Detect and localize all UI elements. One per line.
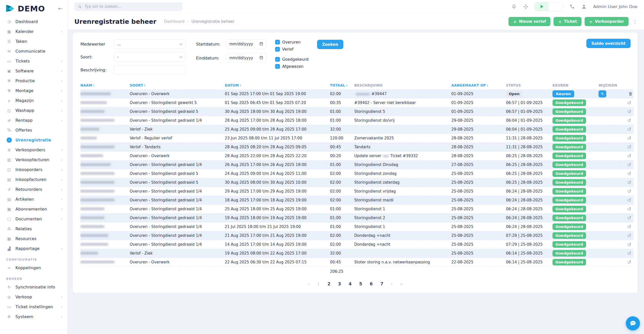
undo-approval-icon[interactable]: ↺	[627, 250, 633, 256]
column-header-aangemaakt-op[interactable]: AANGEMAAKT OP▴▾	[451, 83, 506, 87]
chat-fab-button[interactable]	[626, 316, 640, 330]
new-salesorder-button[interactable]: + Verkooporder	[585, 17, 629, 26]
sidebar-item-tickets[interactable]: ▭Tickets›	[0, 56, 68, 66]
undo-approval-icon[interactable]: ↺	[627, 215, 633, 221]
sidebar-item-kalender[interactable]: ▦Kalender›	[0, 27, 68, 36]
calendar-icon[interactable]	[259, 56, 263, 60]
startdatum-input[interactable]: mm/dd/yyyy	[226, 39, 267, 49]
undo-approval-icon[interactable]: ↺	[627, 162, 633, 168]
medewerker-select[interactable]: ...	[114, 39, 186, 49]
edit-button[interactable]: ✎	[598, 90, 606, 97]
sidebar-item-documenten[interactable]: ▢Documenten›	[0, 214, 68, 224]
column-header-datum[interactable]: DATUM▴▾	[225, 83, 330, 87]
pagination-page-4[interactable]: 4	[349, 281, 352, 286]
sidebar-item-montage[interactable]: ⚒Montage›	[0, 86, 68, 96]
sidebar-item-koppelingen[interactable]: ∞Koppelingen	[0, 263, 68, 273]
soort-select[interactable]: -	[114, 52, 186, 62]
sidebar-item-taken[interactable]: ☰Taken	[0, 36, 68, 46]
undo-approval-icon[interactable]: ↺	[627, 144, 633, 150]
sidebar-item-retourorders[interactable]: ↺Retourorders›	[0, 184, 68, 194]
sidebar-item-inkooporders[interactable]: ◫Inkooporders›	[0, 165, 68, 175]
zoeken-button[interactable]: Zoeken	[317, 40, 343, 49]
move-widget-icon[interactable]	[523, 4, 528, 9]
notifications-bell-icon[interactable]	[511, 4, 517, 9]
sidebar-item-relaties[interactable]: ⁂Relaties	[0, 224, 68, 234]
pagination-last[interactable]: »	[400, 282, 403, 286]
anonymized-name-blur	[80, 92, 111, 95]
undo-approval-icon[interactable]: ↺	[627, 233, 633, 239]
undo-approval-icon[interactable]: ↺	[627, 197, 633, 203]
pagination-page-5[interactable]: 5	[359, 281, 362, 286]
sidebar-item-communicatie[interactable]: ✉Communicatie	[0, 46, 68, 56]
breadcrumb-dashboard[interactable]: Dashboard	[164, 19, 184, 24]
column-header-soort[interactable]: SOORT▴▾	[130, 83, 225, 87]
sidebar-item-dashboard[interactable]: ◷Dashboard	[0, 17, 68, 27]
sidebar-item-urenregistratie[interactable]: Urenregistratie	[0, 135, 68, 145]
pagination-page-1[interactable]: 1	[317, 281, 320, 286]
undo-approval-icon[interactable]: ↺	[627, 153, 633, 159]
sidebar-item-synchronisatie-info[interactable]: ↻Synchronisatie info	[0, 282, 68, 292]
sidebar-item-systeem[interactable]: ⚙Systeem›	[0, 312, 68, 322]
undo-approval-icon[interactable]: ↺	[627, 117, 633, 123]
sidebar-item-inkoopfacturen[interactable]: ▤Inkoopfacturen›	[0, 175, 68, 184]
search-input[interactable]	[84, 4, 179, 9]
undo-approval-icon[interactable]: ↺	[627, 100, 633, 106]
sidebar-item-resources[interactable]: ▦Resources	[0, 234, 68, 244]
sidebar-item-software[interactable]: ▣Software›	[0, 66, 68, 76]
cell-aangemaakt-op: 27-08-2025	[451, 162, 506, 167]
timer-display[interactable]	[548, 2, 563, 11]
pagination-page-7[interactable]: 7	[380, 281, 383, 286]
checkbox-verlof[interactable]: ✓ Verlof	[275, 47, 308, 52]
cell-aangemaakt-op: 28-08-2025	[451, 145, 506, 149]
user-name[interactable]: Admin User John Doe	[593, 4, 637, 9]
checkbox-afgewezen[interactable]: ✓ Afgewezen	[275, 64, 308, 69]
undo-approval-icon[interactable]: ↺	[627, 188, 633, 194]
beschrijving-input[interactable]	[114, 65, 186, 75]
keuren-button[interactable]: Keuren	[552, 90, 574, 97]
undo-approval-icon[interactable]: ↺	[627, 206, 633, 212]
sidebar-item-offertes[interactable]: %Offertes	[0, 125, 68, 135]
saldo-overview-button[interactable]: Saldo overzicht	[586, 39, 631, 48]
sidebar-collapse-button[interactable]: ←	[58, 6, 62, 12]
checkbox-overuren[interactable]: ✓ Overuren	[275, 40, 308, 45]
swap-icon: ⇄	[6, 118, 12, 123]
undo-approval-icon[interactable]: ↺	[627, 224, 633, 230]
undo-approval-icon[interactable]: ↺	[627, 135, 633, 141]
global-search[interactable]	[74, 3, 183, 11]
undo-approval-icon[interactable]: ↺	[627, 171, 633, 177]
start-timer-button[interactable]	[535, 2, 548, 11]
sidebar-item-productie[interactable]: ⚒Productie›	[0, 76, 68, 86]
new-leave-button[interactable]: + Nieuw verlof	[508, 17, 550, 26]
pagination-page-6[interactable]: 6	[370, 281, 373, 286]
pagination-page-2[interactable]: 2	[327, 281, 330, 286]
undo-approval-icon[interactable]: ↺	[627, 241, 633, 247]
status-approved-timestamp: 06:24 | 28-08-2025	[506, 198, 543, 202]
sidebar-item-verkoop[interactable]: ◎Verkoop›	[0, 292, 68, 302]
sidebar-item-washapp[interactable]: ◫Washapp›	[0, 106, 68, 115]
kebab-menu-icon[interactable]: ⋮	[633, 19, 637, 24]
sidebar-item-rentapp[interactable]: ⇄Rentapp›	[0, 115, 68, 125]
undo-approval-icon[interactable]: ↺	[627, 126, 633, 132]
pagination-page-3[interactable]: 3	[338, 281, 341, 286]
sidebar-item-rapportage[interactable]: ▟Rapportage›	[0, 244, 68, 254]
sidebar-item-magazijn[interactable]: ⌂Magazijn›	[0, 96, 68, 106]
new-ticket-button[interactable]: + Ticket	[553, 17, 581, 26]
user-avatar-icon[interactable]	[581, 4, 587, 9]
undo-approval-icon[interactable]: ↺	[627, 109, 633, 115]
sidebar-item-verkoopfacturen[interactable]: ▥Verkoopfacturen›	[0, 155, 68, 165]
undo-approval-icon[interactable]: ↺	[627, 179, 633, 185]
undo-approval-icon[interactable]: ↺	[627, 259, 633, 265]
sidebar-item-verkooporders[interactable]: ≣Verkooporders›	[0, 145, 68, 155]
column-header-totaal[interactable]: TOTAAL▴▾	[330, 83, 354, 87]
sidebar-item-artikelen[interactable]: ▤Artikelen›	[0, 194, 68, 204]
sidebar-item-ticket-instellingen[interactable]: ▭Ticket instellingen›	[0, 302, 68, 312]
pagination-next[interactable]: ›	[391, 282, 392, 286]
phone-icon[interactable]	[569, 4, 575, 9]
column-header-naam[interactable]: NAAM▴▾	[80, 83, 130, 87]
einddatum-input[interactable]: mm/dd/yyyy	[226, 53, 267, 63]
delete-trash-icon[interactable]	[628, 92, 633, 96]
pagination-prev[interactable]: ‹	[308, 282, 309, 286]
calendar-icon[interactable]	[259, 42, 263, 47]
checkbox-goedgekeurd[interactable]: ✓ Goedgekeurd	[275, 57, 308, 62]
sidebar-item-abonnementen[interactable]: ▦Abonnementen›	[0, 204, 68, 214]
